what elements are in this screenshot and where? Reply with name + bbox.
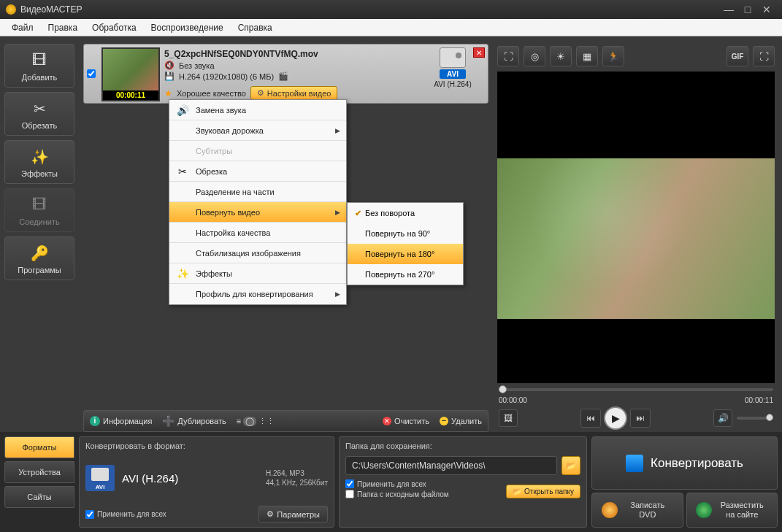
camera-icon [440, 47, 466, 68]
file-thumbnail[interactable]: 00:00:11 [101, 47, 160, 101]
frame-tool[interactable]: ▦ [576, 46, 598, 66]
volume-button[interactable]: 🔊 [713, 409, 732, 427]
rotate-180[interactable]: Повернуть на 180° [348, 244, 463, 264]
apply-all-checkbox[interactable]: Применить для всех [85, 510, 166, 519]
menu-playback[interactable]: Воспроизведение [144, 20, 231, 35]
speaker-icon: 🔊 [172, 104, 193, 116]
save-panel: Папка для сохранения: C:\Users\ContentMa… [339, 436, 587, 528]
same-as-source[interactable]: Папка с исходным файлом [345, 490, 449, 498]
format-codec: AVI (H.264) [434, 80, 472, 88]
convert-icon [626, 455, 643, 472]
ctx-audio-track[interactable]: Звуковая дорожка▶ [169, 120, 346, 141]
save-apply-all[interactable]: Применить для всех [345, 479, 449, 488]
params-button[interactable]: ⚙Параметры [258, 506, 328, 523]
play-button[interactable]: ▶ [604, 406, 627, 430]
gear-icon: ⚙ [267, 509, 274, 519]
film-join-icon: 🎞 [29, 195, 50, 215]
menu-file[interactable]: Файл [4, 20, 41, 35]
speaker-icon: 🔇 [164, 61, 175, 70]
info-button[interactable]: iИнформация [90, 416, 152, 426]
sidebar-programs-label: Программы [18, 266, 61, 274]
rotate-270[interactable]: Повернуть на 270° [348, 264, 463, 285]
file-checkbox-col [87, 47, 97, 100]
volume-slider[interactable] [737, 417, 773, 420]
file-list-area: 00:00:11 5_Q2xpcHNfSEQ0NDY0NTVfMQ.mov 🔇Б… [79, 36, 493, 432]
sidebar-trim[interactable]: ✂Обрезать [4, 92, 74, 136]
context-menu: 🔊Замена звука Звуковая дорожка▶ Субтитры… [169, 99, 347, 305]
sidebar-add[interactable]: 🎞Добавить [4, 44, 74, 88]
sidebar-join: 🎞Соединить [4, 188, 74, 232]
burn-dvd-button[interactable]: Записать DVD [591, 493, 683, 528]
snapshot-button[interactable]: 🖼 [499, 409, 518, 427]
maximize-button[interactable]: □ [738, 4, 757, 15]
remove-file-button[interactable]: ✕ [473, 47, 485, 58]
menu-edit[interactable]: Правка [41, 20, 85, 35]
format-panel: Конвертировать в формат: AVI (H.264) H.2… [79, 436, 334, 528]
folder-open-icon: 📂 [513, 487, 521, 496]
gif-button[interactable]: GIF [727, 46, 748, 66]
playback-controls: 🖼 ⏮ ▶ ⏭ 🔊 [497, 404, 775, 432]
save-path[interactable]: C:\Users\ContentManager\Videos\ [345, 456, 557, 475]
speed-tool[interactable]: 🏃 [602, 46, 624, 66]
view-mode-toggle[interactable]: ≡◯⋮⋮ [237, 417, 275, 426]
minus-circle-icon: − [440, 417, 448, 425]
gear-icon: ⚙ [257, 88, 264, 98]
video-settings-button[interactable]: ⚙Настройки видео [250, 86, 338, 100]
volume-handle[interactable] [766, 414, 773, 421]
convert-button[interactable]: Конвертировать [591, 436, 778, 490]
ctx-rotate[interactable]: Повернуть видео▶ [169, 202, 346, 223]
format-name: AVI (H.264) [122, 472, 258, 485]
rotate-submenu: ✔Без поворота Повернуть на 90° Повернуть… [347, 202, 464, 285]
codec-line: H.264 (1920x1080) (6 МБ) [179, 72, 274, 81]
menu-bar: Файл Правка Обработка Воспроизведение Сп… [0, 19, 782, 36]
lens-tool[interactable]: ◎ [524, 46, 545, 66]
file-name: 5_Q2xpcHNfSEQ0NDY0NTVfMQ.mov [164, 49, 416, 59]
ctx-effects[interactable]: ✨Эффекты [169, 263, 346, 284]
tab-devices[interactable]: Устройства [4, 461, 74, 483]
brightness-tool[interactable]: ☀ [550, 46, 572, 66]
seek-bar[interactable] [497, 383, 775, 396]
globe-icon [696, 502, 712, 518]
browse-button[interactable]: 📂 [561, 456, 580, 475]
time-row: 00:00:00 00:00:11 [497, 396, 775, 404]
title-bar: ВидеоМАСТЕР — □ ✕ [0, 0, 782, 19]
menu-processing[interactable]: Обработка [85, 20, 144, 35]
ctx-stabilize[interactable]: Стабилизация изображения [169, 243, 346, 263]
arrow-right-icon: ▶ [335, 290, 340, 298]
fullscreen-button[interactable]: ⛶ [753, 46, 775, 66]
clear-button[interactable]: ✕Очистить [383, 417, 429, 425]
file-checkbox[interactable] [87, 69, 96, 78]
check-icon: ✔ [350, 209, 365, 218]
close-button[interactable]: ✕ [757, 4, 776, 15]
duplicate-button[interactable]: ➕Дублировать [162, 415, 226, 427]
sidebar-programs[interactable]: 🔑Программы [4, 236, 74, 280]
publish-button[interactable]: Разместить на сайте [686, 493, 778, 528]
rotate-none[interactable]: ✔Без поворота [348, 203, 463, 223]
ctx-profile[interactable]: Профиль для конвертирования▶ [169, 284, 346, 304]
video-preview[interactable] [497, 72, 775, 383]
sidebar-add-label: Добавить [22, 73, 58, 82]
file-info: 5_Q2xpcHNfSEQ0NDY0NTVfMQ.mov 🔇Без звука … [164, 47, 416, 100]
prev-button[interactable]: ⏮ [580, 409, 601, 428]
tab-formats[interactable]: Форматы [4, 436, 74, 458]
file-row[interactable]: 00:00:11 5_Q2xpcHNfSEQ0NDY0NTVfMQ.mov 🔇Б… [83, 44, 488, 104]
ctx-replace-audio[interactable]: 🔊Замена звука [169, 100, 346, 120]
ctx-trim[interactable]: ✂Обрезка [169, 161, 346, 182]
video-settings-label: Настройки видео [267, 89, 331, 98]
delete-button[interactable]: −Удалить [440, 417, 482, 425]
rotate-90[interactable]: Повернуть на 90° [348, 223, 463, 244]
ctx-quality[interactable]: Настройка качества [169, 223, 346, 243]
crop-tool[interactable]: ⛶ [497, 46, 519, 66]
open-folder-button[interactable]: 📂Открыть папку [506, 485, 580, 498]
next-button[interactable]: ⏭ [630, 409, 651, 428]
seek-handle[interactable] [499, 385, 507, 393]
format-selector[interactable]: AVI (H.264) H.264, MP3 44,1 KHz, 256Кбит [85, 453, 328, 503]
time-total: 00:00:11 [745, 396, 773, 404]
preview-panel: ⛶ ◎ ☀ ▦ 🏃 GIF ⛶ 00:00:00 00:00:11 🖼 ⏮ ▶ … [493, 36, 782, 432]
sidebar-effects[interactable]: ✨Эффекты [4, 140, 74, 184]
minimize-button[interactable]: — [719, 4, 738, 15]
menu-help[interactable]: Справка [231, 20, 280, 35]
tab-sites[interactable]: Сайты [4, 486, 74, 508]
ctx-split[interactable]: Разделение на части [169, 182, 346, 202]
quality-label: Хорошее качество [177, 89, 246, 98]
